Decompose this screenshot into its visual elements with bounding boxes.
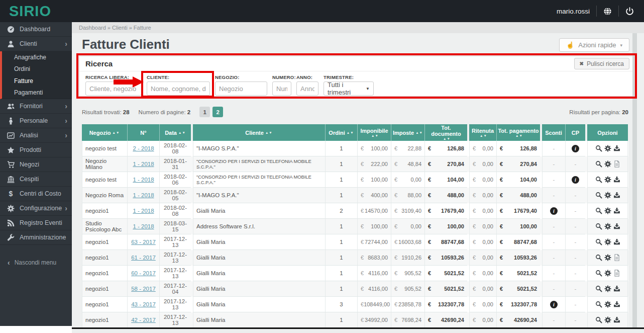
- info-icon[interactable]: i: [550, 301, 558, 308]
- search-icon[interactable]: [595, 145, 602, 152]
- sidebar-item-registro-eventi[interactable]: Registro Eventi: [0, 216, 72, 230]
- gear-action-icon[interactable]: [604, 316, 611, 323]
- column-header-ritenuta[interactable]: Ritenuta▲▼: [469, 124, 496, 141]
- download-icon[interactable]: [613, 301, 620, 308]
- sidebar-subitem-fatture[interactable]: Fatture: [2, 75, 72, 87]
- search-icon[interactable]: [595, 192, 602, 199]
- search-icon[interactable]: [595, 285, 602, 292]
- quick-actions-button[interactable]: ☝ Azioni rapide ▾: [559, 38, 629, 52]
- sidebar-item-prodotti[interactable]: Prodotti: [0, 143, 72, 157]
- gear-action-icon[interactable]: [604, 270, 611, 277]
- document-icon[interactable]: [613, 254, 620, 261]
- download-icon[interactable]: [613, 223, 620, 230]
- sidebar-item-configurazione[interactable]: Configurazione›: [0, 201, 72, 216]
- gear-action-icon[interactable]: [604, 301, 611, 308]
- search-icon[interactable]: [595, 176, 602, 183]
- anno-input[interactable]: [296, 81, 318, 96]
- info-icon[interactable]: i: [572, 176, 579, 184]
- cell-numero: 58 - 2017: [127, 281, 159, 297]
- sidebar-item-cespiti[interactable]: Cespiti: [0, 172, 72, 187]
- gear-action-icon[interactable]: [604, 238, 611, 245]
- gear-action-icon[interactable]: [604, 176, 611, 183]
- trimestre-select[interactable]: Tutti i trimestri▼: [324, 81, 374, 96]
- negozio-input[interactable]: [215, 81, 267, 96]
- invoice-number-link[interactable]: 43 - 2017: [131, 301, 156, 307]
- cell-imponibile: €34992,00: [357, 312, 391, 328]
- column-header-n: N°: [127, 124, 159, 141]
- search-icon[interactable]: [595, 160, 602, 168]
- download-icon[interactable]: [613, 176, 620, 183]
- gear-action-icon[interactable]: [604, 254, 611, 261]
- invoice-number-link[interactable]: 1 - 2018: [133, 192, 154, 198]
- sidebar-item-amministrazione[interactable]: Amministrazione: [0, 230, 72, 245]
- username[interactable]: mario.rossi: [557, 8, 590, 15]
- invoice-number-link[interactable]: 1 - 2018: [133, 223, 154, 229]
- clear-search-button[interactable]: ✖ Pulisci ricerca: [574, 58, 629, 69]
- globe-icon[interactable]: [603, 7, 612, 16]
- sidebar-item-fornitori[interactable]: Fornitori›: [0, 99, 72, 114]
- search-icon[interactable]: [595, 223, 602, 230]
- page-button-1[interactable]: 1: [199, 107, 210, 117]
- cell-cp: -: [565, 203, 585, 219]
- invoice-number-link[interactable]: 42 - 2017: [131, 317, 156, 323]
- column-header-imponibile[interactable]: Imponibile▲▼: [357, 124, 391, 141]
- download-icon[interactable]: [613, 285, 620, 292]
- invoice-number-link[interactable]: 1 - 2018: [133, 177, 154, 183]
- sidebar-subitem-pagamenti[interactable]: Pagamenti: [2, 87, 72, 99]
- sidebar-subitem-ordini[interactable]: Ordini: [2, 63, 72, 75]
- column-header-data[interactable]: Data▲▼: [159, 124, 191, 141]
- ricerca-libera-input[interactable]: [85, 81, 142, 96]
- invoice-number-link[interactable]: 60 - 2017: [131, 270, 156, 276]
- search-icon[interactable]: [595, 254, 602, 261]
- gear-action-icon[interactable]: [604, 192, 611, 199]
- gear-action-icon[interactable]: [604, 207, 611, 214]
- invoice-number-link[interactable]: 2 - 2018: [133, 145, 154, 151]
- invoice-number-link[interactable]: 58 - 2017: [131, 286, 156, 292]
- column-header-tot-documento[interactable]: Tot. documento▲▼: [424, 124, 467, 141]
- gear-action-icon[interactable]: [604, 223, 611, 230]
- currency-symbol: €: [473, 317, 476, 323]
- power-icon[interactable]: [625, 7, 634, 16]
- sidebar-item-dashboard[interactable]: Dashboard: [0, 22, 72, 37]
- gear-action-icon[interactable]: [604, 285, 611, 292]
- numero-input[interactable]: [272, 81, 291, 96]
- document-icon[interactable]: [613, 160, 620, 168]
- search-icon[interactable]: [595, 238, 602, 245]
- search-icon[interactable]: [595, 207, 602, 214]
- scrollbar[interactable]: [632, 33, 637, 327]
- download-icon[interactable]: [613, 192, 620, 199]
- gear-action-icon[interactable]: [604, 145, 611, 152]
- invoice-number-link[interactable]: 1 - 2018: [133, 208, 154, 214]
- download-icon[interactable]: [613, 316, 620, 323]
- column-header-cliente[interactable]: Cliente▲▼: [193, 124, 325, 141]
- breadcrumb[interactable]: Dashboard » Clienti » Fatture: [72, 22, 644, 33]
- cell-numero: 1 - 2018: [127, 172, 159, 188]
- download-icon[interactable]: [613, 145, 620, 152]
- sidebar-item-clienti[interactable]: Clienti›: [0, 37, 72, 51]
- search-icon[interactable]: [595, 270, 602, 277]
- sidebar-item-centri-di-costo[interactable]: $Centri di Costo: [0, 187, 72, 201]
- sidebar-item-personale[interactable]: Personale›: [0, 114, 72, 128]
- search-panel-title: Ricerca: [85, 59, 113, 68]
- hide-menu-button[interactable]: ‹ Nascondi menu: [0, 256, 72, 269]
- search-icon[interactable]: [595, 316, 602, 323]
- invoice-number-link[interactable]: 61 - 2017: [131, 255, 156, 261]
- info-icon[interactable]: i: [572, 145, 579, 152]
- invoice-number-link[interactable]: 63 - 2017: [131, 239, 156, 245]
- search-icon[interactable]: [595, 301, 602, 308]
- sidebar-item-negozi[interactable]: Negozi: [0, 157, 72, 172]
- column-header-imposte[interactable]: Imposte▲▼: [391, 124, 424, 141]
- document-icon[interactable]: [613, 270, 620, 277]
- download-icon[interactable]: [613, 238, 620, 245]
- page-button-2[interactable]: 2: [212, 107, 223, 117]
- column-header-negozio[interactable]: Negozio▲▼: [82, 124, 127, 141]
- info-icon[interactable]: i: [550, 207, 558, 215]
- gear-action-icon[interactable]: [604, 160, 611, 168]
- column-header-ordini[interactable]: Ordini▲▼: [325, 124, 357, 141]
- column-header-tot-pagamento[interactable]: Tot. pagamento▲▼: [496, 124, 540, 141]
- download-icon[interactable]: [613, 207, 620, 214]
- sidebar-subitem-anagrafiche[interactable]: Anagrafiche: [2, 51, 72, 63]
- invoice-number-link[interactable]: 1 - 2018: [133, 161, 154, 167]
- cliente-input[interactable]: [147, 81, 210, 96]
- sidebar-item-analisi[interactable]: Analisi›: [0, 128, 72, 143]
